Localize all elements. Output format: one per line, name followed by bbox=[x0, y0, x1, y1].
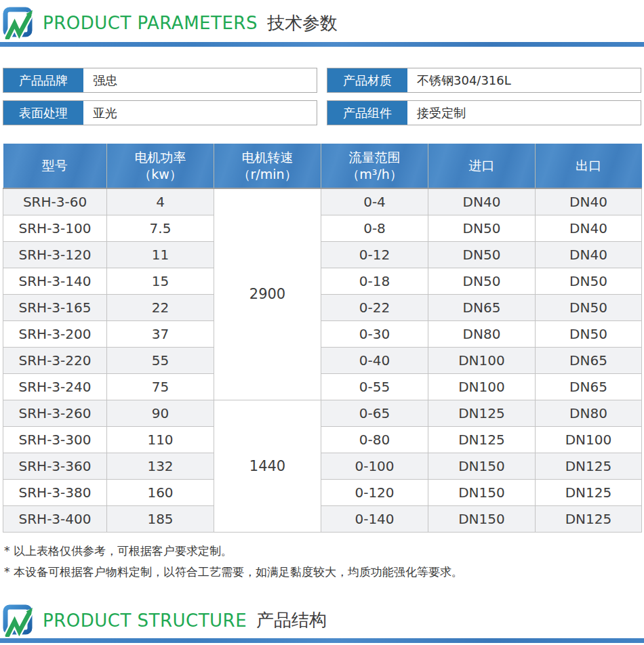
table-row: SRH-3-240 75 0-55 DN100 DN65 bbox=[3, 373, 642, 400]
cell-outlet: DN50 bbox=[536, 268, 642, 294]
col-header-power: 电机功率（kw） bbox=[107, 144, 214, 188]
cell-outlet: DN40 bbox=[536, 215, 642, 241]
info-label-surface: 表面处理 bbox=[3, 101, 83, 125]
cell-inlet: DN50 bbox=[428, 268, 536, 294]
table-row: SRH-3-200 37 0-30 DN80 DN50 bbox=[3, 320, 642, 347]
cell-inlet: DN150 bbox=[428, 453, 536, 479]
table-row: SRH-3-120 11 0-12 DN50 DN40 bbox=[3, 241, 642, 268]
cell-model: SRH-3-165 bbox=[3, 294, 107, 320]
col-header-speed: 电机转速（r/min） bbox=[214, 144, 321, 188]
info-value-surface: 亚光 bbox=[83, 101, 317, 125]
brand-logo-icon bbox=[1, 604, 34, 637]
section-divider bbox=[0, 638, 644, 643]
cell-flow: 0-8 bbox=[321, 215, 428, 241]
table-row: SRH-3-100 7.5 0-8 DN50 DN40 bbox=[3, 215, 642, 241]
cell-model: SRH-3-120 bbox=[3, 241, 107, 268]
cell-model: SRH-3-60 bbox=[3, 188, 107, 215]
table-row: SRH-3-300 110 0-80 DN125 DN100 bbox=[3, 426, 642, 453]
cell-power: 22 bbox=[107, 294, 214, 320]
col-header-model: 型号 bbox=[3, 144, 107, 188]
table-row: SRH-3-380 160 0-120 DN150 DN125 bbox=[3, 479, 642, 505]
col-header-flow: 流量范围（m³/h） bbox=[321, 144, 428, 188]
cell-flow: 0-120 bbox=[321, 479, 428, 505]
cell-model: SRH-3-380 bbox=[3, 479, 107, 505]
cell-flow: 0-65 bbox=[321, 400, 428, 426]
product-info-grid: 产品品牌 强忠 产品材质 不锈钢304/316L 表面处理 亚光 产品组件 接受… bbox=[3, 68, 641, 125]
spec-table: 型号 电机功率（kw） 电机转速（r/min） 流量范围（m³/h） 进口 出口… bbox=[3, 144, 642, 533]
table-row: SRH-3-140 15 0-18 DN50 DN50 bbox=[3, 268, 642, 294]
cell-flow: 0-80 bbox=[321, 426, 428, 453]
cell-outlet: DN65 bbox=[536, 347, 642, 373]
section-divider bbox=[0, 42, 644, 47]
cell-outlet: DN65 bbox=[536, 373, 642, 400]
cell-outlet: DN40 bbox=[536, 188, 642, 215]
cell-model: SRH-3-360 bbox=[3, 453, 107, 479]
cell-outlet: DN125 bbox=[536, 479, 642, 505]
cell-outlet: DN80 bbox=[536, 400, 642, 426]
section-title-cn: 技术参数 bbox=[267, 12, 338, 35]
cell-inlet: DN125 bbox=[428, 400, 536, 426]
table-row: SRH-3-360 132 0-100 DN150 DN125 bbox=[3, 453, 642, 479]
cell-power: 132 bbox=[107, 453, 214, 479]
cell-inlet: DN100 bbox=[428, 347, 536, 373]
info-value-material: 不锈钢304/316L bbox=[407, 68, 641, 92]
info-value-component: 接受定制 bbox=[407, 101, 641, 125]
cell-speed-group-2900: 2900 bbox=[214, 188, 321, 400]
section-title-cn: 产品结构 bbox=[256, 608, 327, 632]
cell-inlet: DN50 bbox=[428, 215, 536, 241]
cell-power: 90 bbox=[107, 400, 214, 426]
cell-inlet: DN150 bbox=[428, 479, 536, 505]
cell-power: 15 bbox=[107, 268, 214, 294]
section-header-parameters: PRODUCT PARAMETERS 技术参数 bbox=[0, 0, 644, 42]
cell-outlet: DN100 bbox=[536, 426, 642, 453]
info-value-brand: 强忠 bbox=[83, 68, 317, 92]
cell-outlet: DN125 bbox=[536, 453, 642, 479]
info-box-surface: 表面处理 亚光 bbox=[3, 100, 317, 125]
cell-model: SRH-3-400 bbox=[3, 505, 107, 532]
table-row: SRH-3-260 90 1440 0-65 DN125 DN80 bbox=[3, 400, 642, 426]
section-title-en: PRODUCT STRUCTURE bbox=[43, 610, 247, 631]
cell-inlet: DN100 bbox=[428, 373, 536, 400]
cell-model: SRH-3-240 bbox=[3, 373, 107, 400]
info-box-brand: 产品品牌 强忠 bbox=[3, 68, 317, 93]
cell-flow: 0-18 bbox=[321, 268, 428, 294]
cell-power: 75 bbox=[107, 373, 214, 400]
footnote: * 以上表格仅供参考，可根据客户要求定制。 bbox=[4, 541, 641, 562]
cell-speed-group-1440: 1440 bbox=[214, 400, 321, 532]
cell-power: 7.5 bbox=[107, 215, 214, 241]
cell-power: 11 bbox=[107, 241, 214, 268]
cell-inlet: DN150 bbox=[428, 505, 536, 532]
footnote: * 本设备可根据客户物料定制，以符合工艺需要，如满足黏度较大，均质功能强化等要求… bbox=[4, 562, 641, 583]
cell-inlet: DN80 bbox=[428, 320, 536, 347]
section-header-structure: PRODUCT STRUCTURE 产品结构 bbox=[0, 603, 644, 638]
cell-flow: 0-30 bbox=[321, 320, 428, 347]
cell-flow: 0-22 bbox=[321, 294, 428, 320]
cell-power: 185 bbox=[107, 505, 214, 532]
cell-inlet: DN40 bbox=[428, 188, 536, 215]
info-label-component: 产品组件 bbox=[327, 101, 407, 125]
info-box-material: 产品材质 不锈钢304/316L bbox=[327, 68, 641, 93]
cell-flow: 0-12 bbox=[321, 241, 428, 268]
cell-power: 110 bbox=[107, 426, 214, 453]
cell-model: SRH-3-140 bbox=[3, 268, 107, 294]
cell-power: 37 bbox=[107, 320, 214, 347]
cell-model: SRH-3-300 bbox=[3, 426, 107, 453]
table-row: SRH-3-220 55 0-40 DN100 DN65 bbox=[3, 347, 642, 373]
info-box-component: 产品组件 接受定制 bbox=[327, 100, 641, 125]
col-header-inlet: 进口 bbox=[428, 144, 536, 188]
spec-table-header-row: 型号 电机功率（kw） 电机转速（r/min） 流量范围（m³/h） 进口 出口 bbox=[3, 144, 642, 188]
cell-outlet: DN40 bbox=[536, 241, 642, 268]
cell-flow: 0-40 bbox=[321, 347, 428, 373]
table-row: SRH-3-400 185 0-140 DN150 DN125 bbox=[3, 505, 642, 532]
table-footnotes: * 以上表格仅供参考，可根据客户要求定制。 * 本设备可根据客户物料定制，以符合… bbox=[4, 541, 641, 583]
cell-flow: 0-55 bbox=[321, 373, 428, 400]
info-label-brand: 产品品牌 bbox=[3, 68, 83, 92]
col-header-outlet: 出口 bbox=[536, 144, 642, 188]
section-title-en: PRODUCT PARAMETERS bbox=[43, 13, 258, 33]
cell-power: 55 bbox=[107, 347, 214, 373]
cell-power: 160 bbox=[107, 479, 214, 505]
table-row: SRH-3-165 22 0-22 DN65 DN50 bbox=[3, 294, 642, 320]
cell-outlet: DN50 bbox=[536, 320, 642, 347]
info-label-material: 产品材质 bbox=[327, 68, 407, 92]
cell-flow: 0-140 bbox=[321, 505, 428, 532]
